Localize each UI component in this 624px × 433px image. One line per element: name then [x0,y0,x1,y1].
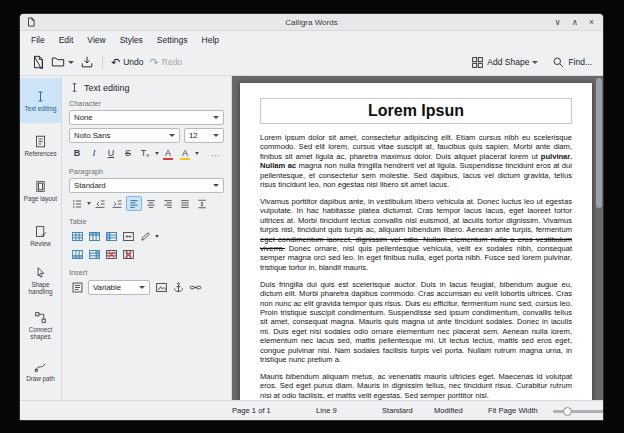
minimize-icon[interactable]: ∨ [555,18,561,27]
character-style-combobox[interactable]: None [69,110,224,125]
insert-variable-dropdown[interactable]: Variable [88,280,150,295]
save-button[interactable] [77,53,97,71]
style-indicator: Standard [382,406,413,415]
review-icon [34,225,47,238]
menu-view[interactable]: View [80,33,112,47]
new-document-button[interactable] [28,53,48,71]
menu-settings[interactable]: Settings [150,33,195,47]
underline-button[interactable]: U [103,146,119,161]
table-section-label: Table [69,217,224,226]
redo-button[interactable]: ↷ Redo [147,55,186,70]
table-borders-pen-button[interactable] [137,229,153,244]
insert-column-right-button[interactable] [86,247,102,262]
merge-cells-button[interactable] [120,229,136,244]
delete-column-button[interactable] [120,247,136,262]
align-right-button[interactable] [160,196,176,211]
decrease-indent-button[interactable] [92,196,108,211]
zoom-slider[interactable] [553,410,603,413]
shape-handling-icon [34,266,47,279]
menubar: File Edit View Styles Settings Help [20,31,603,49]
document-page[interactable]: Lorem Ipsun Lorem ipsum dolor sit amet, … [240,83,592,401]
line-spacing-button[interactable] [194,196,210,211]
shapes-grid-icon [471,56,484,69]
insert-image-button[interactable] [153,280,169,295]
paragraph[interactable]: Vivamus porttitor dapibus ante, in vesti… [260,197,572,272]
font-size-combobox[interactable]: 12 [184,128,224,143]
highlight-color-button[interactable]: A [177,146,193,161]
maximize-icon[interactable]: ∧ [572,18,578,27]
docker-tabstrip: Text editing References Page layout Revi… [20,76,62,401]
zoom-mode-selector[interactable]: Fit Page Width [488,406,538,415]
document-paragraphs[interactable]: Lorem ipsum dolor sit amet, consectetur … [260,133,572,400]
tab-text-editing[interactable]: Text editing [20,78,61,123]
list-dropdown-caret-icon[interactable] [87,202,91,205]
undo-button[interactable]: ↶ Undo [108,55,147,70]
modified-indicator: Modified [434,406,463,415]
insert-section-label: Insert [69,268,224,277]
title-frame[interactable]: Lorem Ipsun [260,98,572,124]
docker-title: Text editing [84,83,130,93]
add-shape-label: Add Shape [487,57,529,67]
script-dropdown-caret-icon[interactable] [155,152,159,155]
chevron-down-icon [213,184,219,187]
superscript-subscript-button[interactable]: Tx [137,146,153,161]
tab-shape-handling[interactable]: Shape handling [20,258,61,303]
insert-table-button[interactable] [69,229,85,244]
open-dropdown-caret-icon[interactable] [68,61,74,64]
tab-page-layout[interactable]: Page layout [20,168,61,213]
font-color-button[interactable]: A [160,146,176,161]
list-style-button[interactable] [69,196,85,211]
delete-row-button[interactable] [103,247,119,262]
chevron-down-icon [213,134,219,137]
document-canvas[interactable]: Lorem Ipsun Lorem ipsum dolor sit amet, … [232,76,603,401]
align-justify-button[interactable] [177,196,193,211]
italic-button[interactable]: I [86,146,102,161]
align-left-button[interactable] [126,196,142,211]
strikethrough-button[interactable]: S [120,146,136,161]
tab-connect-shapes[interactable]: Connect shapes [20,303,61,348]
paragraph[interactable]: Duis fringilla dui quis est scelerisque … [260,280,572,365]
bold-button[interactable]: B [69,146,85,161]
paragraph[interactable]: Mauris bibendum aliquam metus, ac venena… [260,372,572,400]
main-area: Text editing References Page layout Revi… [20,76,603,401]
chevron-down-icon [169,134,175,137]
paragraph[interactable]: Lorem ipsum dolor sit amet, consectetur … [260,133,572,189]
table-borders-caret-icon[interactable] [155,235,159,238]
tab-draw-path[interactable]: Draw path [20,348,61,393]
scrollbar-thumb[interactable] [596,78,602,208]
close-icon[interactable]: × [589,18,594,27]
undo-icon: ↶ [111,57,120,68]
chevron-down-icon [139,286,145,289]
paragraph-style-combobox[interactable]: Standard [69,178,224,193]
undo-label: Undo [123,57,143,67]
menu-edit[interactable]: Edit [52,33,81,47]
insert-row-above-button[interactable] [86,229,102,244]
open-document-button[interactable] [48,53,77,71]
insert-text-frame-button[interactable] [69,280,85,295]
draw-path-icon [34,360,47,373]
font-family-combobox[interactable]: Noto Sans [69,128,180,143]
add-shape-button[interactable]: Add Shape [468,54,541,71]
menu-help[interactable]: Help [195,33,226,47]
character-more-button[interactable]: ... [208,146,224,161]
vertical-scrollbar[interactable] [596,78,602,399]
add-shape-caret-icon [532,61,538,64]
menu-file[interactable]: File [24,33,52,47]
find-button[interactable]: Find... [549,54,595,71]
insert-column-left-button[interactable] [103,229,119,244]
increase-indent-button[interactable] [109,196,125,211]
chevron-down-icon [213,116,219,119]
tab-references[interactable]: References [20,123,61,168]
align-center-button[interactable] [143,196,159,211]
redo-label: Redo [162,57,182,67]
titlebar: Calligra Words ∨ ∧ × [20,14,603,31]
line-indicator: Line 9 [316,406,337,415]
menu-styles[interactable]: Styles [113,33,150,47]
insert-row-below-button[interactable] [69,247,85,262]
zoom-slider-handle[interactable] [563,407,572,416]
insert-anchor-button[interactable] [170,280,186,295]
color-dropdown-caret-icon[interactable] [195,152,199,155]
document-title[interactable]: Lorem Ipsun [261,102,571,120]
tab-review[interactable]: Review [20,213,61,258]
insert-link-button[interactable] [187,280,203,295]
